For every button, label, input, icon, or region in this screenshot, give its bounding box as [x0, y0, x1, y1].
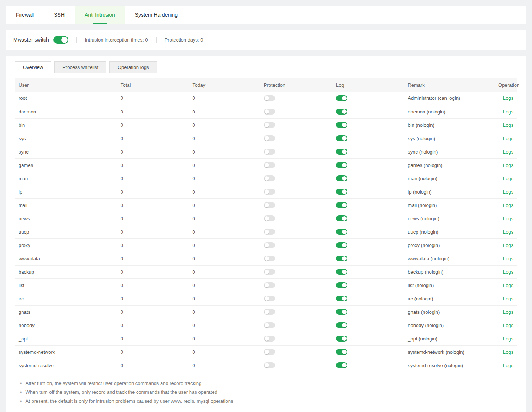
today-cell: 0: [188, 145, 260, 158]
log-toggle[interactable]: [336, 296, 347, 301]
tab-firewall[interactable]: Firewall: [6, 6, 44, 24]
protection-cell: [260, 198, 332, 212]
operation-cell: Logs: [495, 265, 517, 278]
logs-link[interactable]: Logs: [503, 189, 513, 195]
log-toggle[interactable]: [336, 149, 347, 155]
today-cell: 0: [188, 278, 260, 292]
logs-link[interactable]: Logs: [503, 323, 513, 328]
user-cell: proxy: [15, 238, 117, 252]
log-toggle[interactable]: [336, 189, 347, 195]
protection-cell: [260, 212, 332, 225]
logs-link[interactable]: Logs: [503, 296, 513, 301]
log-toggle[interactable]: [336, 242, 347, 248]
total-cell: 0: [117, 118, 189, 132]
log-toggle[interactable]: [336, 122, 347, 128]
logs-link[interactable]: Logs: [503, 95, 513, 101]
table-row: list 0 0 list (nologin) Logs: [15, 278, 517, 292]
logs-link[interactable]: Logs: [503, 149, 513, 155]
log-cell: [332, 198, 404, 212]
log-cell: [332, 212, 404, 225]
logs-link[interactable]: Logs: [503, 202, 513, 208]
protection-cell: [260, 158, 332, 172]
protection-toggle[interactable]: [264, 135, 275, 141]
log-toggle[interactable]: [336, 309, 347, 315]
protection-toggle[interactable]: [264, 362, 275, 368]
log-toggle[interactable]: [336, 349, 347, 355]
protection-toggle[interactable]: [264, 162, 275, 168]
log-toggle[interactable]: [336, 162, 347, 168]
user-cell: backup: [15, 265, 117, 278]
log-toggle[interactable]: [336, 269, 347, 275]
log-toggle[interactable]: [336, 135, 347, 141]
log-toggle[interactable]: [336, 229, 347, 235]
log-toggle[interactable]: [336, 322, 347, 328]
today-cell: 0: [188, 212, 260, 225]
subtab-overview[interactable]: Overview: [15, 61, 51, 73]
logs-link[interactable]: Logs: [503, 309, 513, 315]
protection-toggle[interactable]: [264, 256, 275, 261]
logs-link[interactable]: Logs: [503, 176, 513, 181]
protection-toggle[interactable]: [264, 149, 275, 155]
table-row: man 0 0 man (nologin) Logs: [15, 172, 517, 185]
today-cell: 0: [188, 345, 260, 359]
protection-toggle[interactable]: [264, 336, 275, 342]
toggle-knob: [342, 270, 347, 274]
table-row: www-data 0 0 www-data (nologin) Logs: [15, 252, 517, 265]
tab-system-hardening[interactable]: System Hardening: [125, 6, 188, 24]
logs-link[interactable]: Logs: [503, 363, 513, 368]
protection-toggle[interactable]: [264, 122, 275, 128]
protection-cell: [260, 332, 332, 345]
logs-link[interactable]: Logs: [503, 229, 513, 235]
log-toggle[interactable]: [336, 109, 347, 115]
logs-link[interactable]: Logs: [503, 243, 513, 248]
logs-link[interactable]: Logs: [503, 336, 513, 342]
subtab-process-whitelist[interactable]: Process whitelist: [54, 61, 106, 73]
log-toggle[interactable]: [336, 282, 347, 288]
protection-toggle[interactable]: [264, 215, 275, 221]
col-total: Total: [117, 78, 189, 92]
toggle-knob: [265, 216, 269, 221]
protection-toggle[interactable]: [264, 322, 275, 328]
remark-cell: list (nologin): [404, 278, 495, 292]
logs-link[interactable]: Logs: [503, 256, 513, 261]
table-row: irc 0 0 irc (nologin) Logs: [15, 292, 517, 305]
log-toggle[interactable]: [336, 256, 347, 261]
logs-link[interactable]: Logs: [503, 283, 513, 288]
protection-toggle[interactable]: [264, 202, 275, 208]
tab-ssh[interactable]: SSH: [44, 6, 75, 24]
logs-link[interactable]: Logs: [503, 269, 513, 275]
protection-toggle[interactable]: [264, 95, 275, 101]
log-toggle[interactable]: [336, 362, 347, 368]
protection-toggle[interactable]: [264, 269, 275, 275]
logs-link[interactable]: Logs: [503, 136, 513, 141]
log-toggle[interactable]: [336, 95, 347, 101]
subtab-operation-logs[interactable]: Operation logs: [109, 61, 157, 73]
total-cell: 0: [117, 172, 189, 185]
protection-toggle[interactable]: [264, 109, 275, 115]
remark-cell: sync (nologin): [404, 145, 495, 158]
footnotes: After turn on, the system will restrict …: [6, 379, 526, 406]
operation-cell: Logs: [495, 185, 517, 198]
log-toggle[interactable]: [336, 215, 347, 221]
logs-link[interactable]: Logs: [503, 122, 513, 128]
today-cell: 0: [188, 185, 260, 198]
logs-link[interactable]: Logs: [503, 109, 513, 115]
protection-toggle[interactable]: [264, 189, 275, 195]
tab-anti-intrusion[interactable]: Anti Intrusion: [75, 6, 125, 24]
protection-toggle[interactable]: [264, 282, 275, 288]
protection-toggle[interactable]: [264, 309, 275, 315]
protection-toggle[interactable]: [264, 296, 275, 301]
protection-toggle[interactable]: [264, 175, 275, 181]
protection-toggle[interactable]: [264, 229, 275, 235]
log-toggle[interactable]: [336, 175, 347, 181]
operation-cell: Logs: [495, 132, 517, 145]
log-toggle[interactable]: [336, 202, 347, 208]
logs-link[interactable]: Logs: [503, 162, 513, 168]
logs-link[interactable]: Logs: [503, 216, 513, 221]
protection-toggle[interactable]: [264, 242, 275, 248]
master-switch-toggle[interactable]: [53, 36, 68, 44]
remark-cell: daemon (nologin): [404, 105, 495, 118]
log-toggle[interactable]: [336, 336, 347, 342]
logs-link[interactable]: Logs: [503, 349, 513, 355]
protection-toggle[interactable]: [264, 349, 275, 355]
